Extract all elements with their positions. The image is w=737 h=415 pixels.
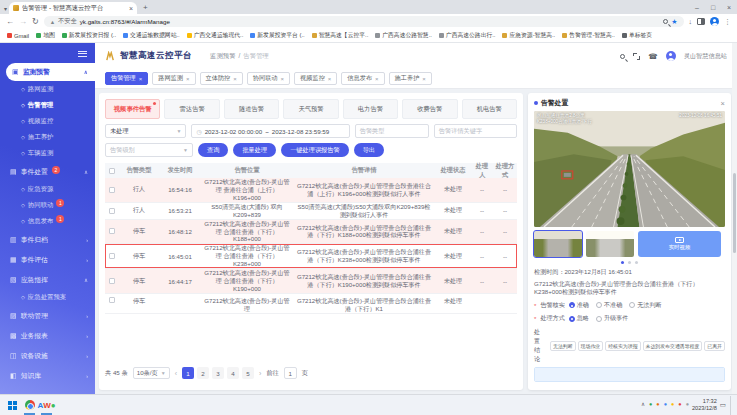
carousel-dot[interactable] xyxy=(628,261,631,264)
downloads-icon[interactable]: ↓ xyxy=(689,18,693,25)
query-button[interactable]: 查询 xyxy=(198,143,228,157)
tray-icon[interactable]: ● xyxy=(686,402,689,408)
sidebar-item[interactable]: ◇ 应急资源 xyxy=(0,181,95,197)
window-minimize-button[interactable]: – xyxy=(689,0,705,14)
tab-close-icon[interactable]: × xyxy=(129,5,133,12)
page-number[interactable]: 2 xyxy=(197,367,209,379)
alarm-level-select[interactable]: 告警级别 ▼ xyxy=(105,143,193,157)
row-checkbox[interactable] xyxy=(109,253,115,259)
alarm-type-tab[interactable]: 天气预警 xyxy=(283,99,338,119)
bookmark-item[interactable]: 广西高速公路智慧.. xyxy=(375,31,432,40)
page-tab[interactable]: 告警管理 × xyxy=(105,72,148,85)
page-tab[interactable]: 协同联动 × xyxy=(247,72,290,85)
keyword-input[interactable]: 告警详情关键字 xyxy=(434,124,517,138)
taskbar-clock[interactable]: 17:32 2023/12/8 xyxy=(692,398,717,412)
tray-icon[interactable]: ∧ xyxy=(641,402,645,408)
tab-close-icon[interactable]: × xyxy=(328,76,332,82)
conclusion-tag-button[interactable]: 现场作业 xyxy=(578,341,604,351)
table-row[interactable]: 行人 16:54:16 G7212钦北高速(贵合段)-灵山管理 贵港往合浦（上行… xyxy=(105,178,517,203)
side-panel-icon[interactable] xyxy=(697,18,705,25)
bookmark-item[interactable]: 广西交通运输现代.. xyxy=(187,31,244,40)
address-bar[interactable]: ▲ 不安全 yk.galts.cn:8763/#/AlarmManage ★ xyxy=(44,16,684,27)
table-row[interactable]: 停车 16:45:01 G7212钦北高速(贵合段)-灵山管理 合浦往贵港（下行… xyxy=(105,244,517,269)
sidebar-group-devices[interactable]: ◫ 设备设施 › xyxy=(0,347,95,365)
bookmark-item[interactable]: 新发展投资平台 (.. xyxy=(250,31,304,40)
browser-profile-avatar[interactable] xyxy=(710,17,719,26)
row-checkbox[interactable] xyxy=(109,208,115,214)
tray-icon[interactable]: ● xyxy=(671,402,674,408)
alarm-type-tab[interactable]: 收费告警 xyxy=(402,99,457,119)
bookmark-item[interactable]: 新发展投资日报 (.. xyxy=(62,31,116,40)
forward-button[interactable]: → xyxy=(19,17,27,26)
page-tab[interactable]: 视频监控 × xyxy=(294,72,337,85)
start-button[interactable] xyxy=(4,396,21,415)
sidebar-group-linkage[interactable]: ▨ 联动管理 › xyxy=(0,307,95,325)
browser-tab[interactable]: 告警管理 - 智慧高速云控平台 × xyxy=(9,2,137,14)
bookmark-item[interactable]: 单标签页 xyxy=(622,31,652,40)
alarm-type-tab[interactable]: 隧道告警 xyxy=(224,99,279,119)
sidebar-item[interactable]: ◇ 施工养护 xyxy=(0,129,95,145)
user-avatar[interactable] xyxy=(666,51,676,61)
row-checkbox[interactable] xyxy=(109,297,115,303)
phone-icon[interactable]: ☎ xyxy=(648,52,657,61)
sidebar-item[interactable]: ◇ 车辆监测 xyxy=(0,145,95,161)
sidebar-item[interactable]: ◇ 视频监控 xyxy=(0,113,95,129)
one-key-handle-button[interactable]: 一键处理误报告警 xyxy=(281,143,349,157)
export-button[interactable]: 导出 xyxy=(354,143,384,157)
tab-close-icon[interactable]: × xyxy=(233,76,237,82)
show-desktop-button[interactable] xyxy=(730,396,733,415)
table-row[interactable]: 行人 16:53:21 S50清莞高速(大浦段) 双向K209+839 S50清… xyxy=(105,203,517,220)
next-page-button[interactable]: › xyxy=(259,370,261,377)
row-checkbox[interactable] xyxy=(109,187,115,193)
row-checkbox[interactable] xyxy=(109,278,115,284)
tab-close-icon[interactable]: × xyxy=(375,76,379,82)
radio-option[interactable]: 准确 xyxy=(569,301,589,310)
page-number[interactable]: 3 xyxy=(212,367,224,379)
bookmark-item[interactable]: 广西高速公路出行.. xyxy=(439,31,496,40)
alarm-type-tab[interactable]: 视频事件告警 xyxy=(105,99,160,119)
bookmark-item[interactable]: 告警管理-智慧高.. xyxy=(562,31,615,40)
bookmark-item[interactable]: 应急资源-智慧高.. xyxy=(502,31,555,40)
sidebar-group-reports[interactable]: ▩ 业务报表 › xyxy=(0,327,95,345)
window-maximize-button[interactable]: □ xyxy=(705,0,721,14)
sidebar-group-event-handling[interactable]: ▤ 事件处置 2 ∧ xyxy=(0,163,95,181)
bookmark-item[interactable]: 地图 xyxy=(36,31,55,40)
window-close-button[interactable]: × xyxy=(721,0,737,14)
row-checkbox[interactable] xyxy=(109,228,115,234)
conclusion-tag-button[interactable]: 经核实为误报 xyxy=(605,341,640,351)
conclusion-tag-button[interactable]: 无法判断 xyxy=(550,341,576,351)
page-tab[interactable]: 路网监测 × xyxy=(152,72,195,85)
snapshot-thumbnail-2[interactable] xyxy=(586,231,634,257)
carousel-dot[interactable] xyxy=(621,261,624,264)
prev-page-button[interactable]: ‹ xyxy=(175,370,177,377)
sidebar-group-event-archive[interactable]: ▥ 事件归档 › xyxy=(0,231,95,249)
carousel-dot[interactable] xyxy=(635,261,638,264)
back-button[interactable]: ← xyxy=(6,17,14,26)
page-scrollbar[interactable] xyxy=(732,43,737,394)
page-size-select[interactable]: 10条/页 ▼ xyxy=(133,367,170,379)
tray-icon[interactable]: ● xyxy=(656,402,659,408)
sidebar-item[interactable]: ◇ 路网监测 xyxy=(0,81,95,97)
batch-handle-button[interactable]: 批量处理 xyxy=(233,143,276,157)
radio-option[interactable]: 升级事件 xyxy=(596,314,628,323)
fullscreen-icon[interactable] xyxy=(633,53,640,60)
tray-icon[interactable]: ● xyxy=(678,402,681,408)
conclusion-tag-button[interactable]: 已离开 xyxy=(704,341,725,351)
bookmark-item[interactable]: 智慧高速【云控平.. xyxy=(312,31,369,40)
sidebar-item[interactable]: ◇ 应急处置预案 xyxy=(0,289,95,305)
conclusion-textarea[interactable] xyxy=(534,367,725,382)
page-tab[interactable]: 信息发布 × xyxy=(341,72,384,85)
notification-icon[interactable]: ▭ xyxy=(720,401,726,409)
table-row[interactable]: 停车 G7212钦北高速(贵合段)-灵山管理 G7212钦北高速(贵合段)-灵山… xyxy=(105,294,517,314)
alarm-snapshot[interactable]: 灵山互通往贵港2.8公里 K238+000合浦往贵港-下行 2023-12-08… xyxy=(534,111,725,227)
radio-option[interactable]: 无法判断 xyxy=(629,301,661,310)
page-number[interactable]: 5 xyxy=(242,367,254,379)
new-tab-button[interactable]: + xyxy=(143,3,148,12)
tray-icon[interactable]: ● xyxy=(664,402,667,408)
table-row[interactable]: 停车 16:48:12 G7212钦北高速(贵合段)-灵山管理 合浦往贵港（下行… xyxy=(105,220,517,245)
browser-menu-icon[interactable]: ⋮ xyxy=(724,18,731,26)
goto-page-input[interactable] xyxy=(284,367,297,379)
alarm-type-tab[interactable]: 电力告警 xyxy=(343,99,398,119)
tab-close-icon[interactable]: × xyxy=(186,76,190,82)
alarm-type-input[interactable]: 告警类型 xyxy=(355,124,429,138)
